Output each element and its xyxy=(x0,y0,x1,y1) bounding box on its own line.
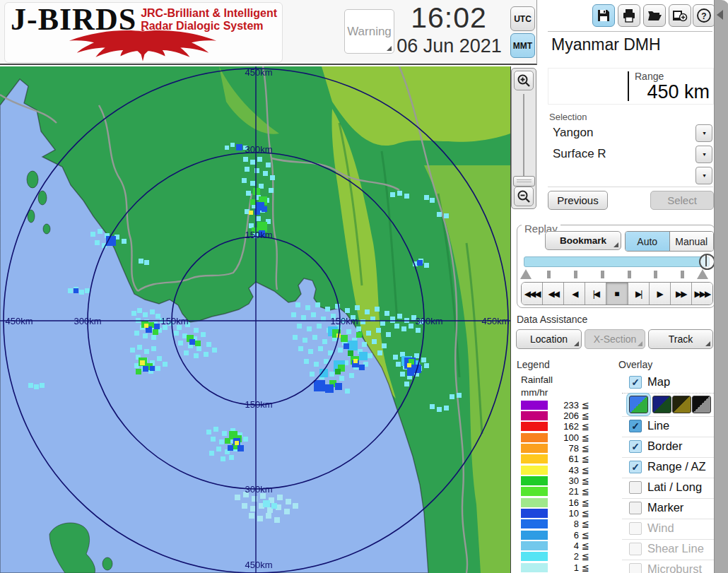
legend-value: 78 xyxy=(551,443,579,454)
forward-fast-button[interactable]: ▶▶▶ xyxy=(691,283,712,305)
add-image-button[interactable] xyxy=(669,4,691,27)
utc-label: UTC xyxy=(514,14,532,24)
overlay-item-marker[interactable]: Marker xyxy=(622,499,714,519)
location-button[interactable]: Location xyxy=(516,329,582,349)
zoom-out-button[interactable] xyxy=(514,187,534,206)
zoom-slider-handle[interactable] xyxy=(513,176,535,187)
zoom-in-button[interactable] xyxy=(514,71,534,90)
auto-button[interactable]: Auto xyxy=(626,232,669,251)
overlay-item-line[interactable]: ✓ Line xyxy=(622,417,714,437)
manual-button[interactable]: Manual xyxy=(669,232,714,251)
overlay-item-map[interactable]: ✓ Map xyxy=(622,373,714,394)
station-name: Myanmar DMH xyxy=(551,35,661,54)
map-style-swatch-2[interactable] xyxy=(652,396,671,413)
legend-row: 233≦ xyxy=(521,400,599,410)
help-button[interactable]: ? xyxy=(693,4,715,27)
print-button[interactable] xyxy=(618,4,640,27)
lte-symbol: ≦ xyxy=(582,497,589,508)
play-button[interactable]: ▶ xyxy=(649,283,670,305)
previous-button[interactable]: Previous xyxy=(548,191,608,210)
map-style-swatch-1[interactable] xyxy=(629,396,648,413)
overlay-label: Overlay xyxy=(618,359,652,370)
zoom-out-icon xyxy=(517,189,531,203)
legend-swatch xyxy=(521,519,548,528)
legend-row: 6≦ xyxy=(521,530,599,540)
rewind-fast-button[interactable]: ◀◀◀ xyxy=(522,283,542,305)
legend-row: 1≦ xyxy=(521,562,599,573)
dropdown-arrow-button[interactable]: ▼ xyxy=(695,167,712,184)
step-forward-button[interactable]: ▶| xyxy=(628,283,649,305)
selection-dropdown-site[interactable]: Yangon ▼ xyxy=(548,123,713,145)
select-button[interactable]: Select xyxy=(650,191,714,210)
open-folder-icon xyxy=(647,8,662,23)
dropdown-arrow-button[interactable]: ▼ xyxy=(695,124,712,142)
lte-symbol: ≦ xyxy=(582,540,589,551)
overlay-item-label: Range / AZ xyxy=(647,460,706,473)
lte-symbol: ≦ xyxy=(582,486,589,497)
replay-slider-handle[interactable] xyxy=(699,254,715,270)
dropdown-arrow-button[interactable]: ▼ xyxy=(695,146,712,163)
checkbox-lati-long[interactable] xyxy=(629,481,642,494)
legend-row: 162≦ xyxy=(521,421,599,432)
checkbox-range-az[interactable]: ✓ xyxy=(629,461,642,473)
overlay-item-lati-long[interactable]: Lati / Long xyxy=(622,478,714,499)
mmt-button[interactable]: MMT xyxy=(510,33,535,58)
map-style-swatch-3[interactable] xyxy=(672,396,691,413)
lte-symbol: ≦ xyxy=(582,465,589,475)
map-style-swatch-4[interactable] xyxy=(692,396,711,413)
checkbox-border[interactable]: ✓ xyxy=(629,440,642,453)
save-button[interactable] xyxy=(592,4,615,27)
play-reverse-button[interactable]: ◀ xyxy=(563,283,585,305)
legend-swatch xyxy=(521,498,548,507)
x-section-button[interactable]: X-Section xyxy=(585,329,645,349)
map-zoom-panel xyxy=(511,68,536,209)
open-folder-button[interactable] xyxy=(643,4,666,27)
step-back-button[interactable]: |◀ xyxy=(585,283,606,305)
utc-button[interactable]: UTC xyxy=(510,6,535,31)
slider-start-marker[interactable] xyxy=(520,269,532,279)
legend-swatch xyxy=(521,411,548,420)
jbirds-window: 450km 300km 150km 150km 300km 450km 450k… xyxy=(0,0,728,573)
svg-text:300km: 300km xyxy=(245,484,272,495)
legend-row: 61≦ xyxy=(521,454,599,464)
lte-symbol: ≦ xyxy=(582,400,589,410)
replay-slider-track[interactable] xyxy=(524,256,710,267)
legend-row: 100≦ xyxy=(521,432,599,443)
overlay-item-border[interactable]: ✓ Border xyxy=(622,437,714,458)
zoom-slider-track[interactable] xyxy=(523,94,524,186)
rewind-button[interactable]: ◀◀ xyxy=(542,283,563,305)
legend-value: 162 xyxy=(551,421,579,432)
lte-symbol: ≦ xyxy=(582,443,589,454)
dropdown-value: Yangon xyxy=(553,126,593,140)
eagle-icon xyxy=(6,30,279,62)
legend-value: 2 xyxy=(551,551,579,562)
zoom-in-icon xyxy=(517,73,531,88)
warning-label: Warning xyxy=(347,25,392,39)
legend-swatch xyxy=(521,454,548,463)
bookmark-button[interactable]: Bookmark xyxy=(545,231,621,250)
checkbox-marker[interactable] xyxy=(629,502,642,514)
legend-swatch xyxy=(521,422,548,431)
lte-symbol: ≦ xyxy=(582,432,589,443)
legend-swatch xyxy=(521,563,548,572)
stop-button[interactable]: ■ xyxy=(606,283,627,305)
svg-text:150km: 150km xyxy=(330,316,358,326)
overlay-item-range-az[interactable]: ✓ Range / AZ xyxy=(622,458,714,478)
track-button[interactable]: Track xyxy=(648,329,713,349)
panel-collapse-strip[interactable] xyxy=(714,0,728,573)
forward-button[interactable]: ▶▶ xyxy=(670,283,691,305)
overlay-item-label: Wind xyxy=(647,521,674,535)
lte-symbol: ≦ xyxy=(582,475,589,486)
checkbox-map[interactable]: ✓ xyxy=(629,376,642,389)
selection-dropdown-extra[interactable]: ▼ xyxy=(548,165,713,187)
slider-end-marker[interactable] xyxy=(697,269,708,279)
legend-row: 78≦ xyxy=(521,443,599,454)
selection-dropdown-product[interactable]: Surface R ▼ xyxy=(548,144,713,166)
checkbox-line[interactable]: ✓ xyxy=(629,420,642,432)
help-icon: ? xyxy=(696,8,712,23)
legend-value: 10 xyxy=(551,508,579,519)
radar-map[interactable]: 450km 300km 150km 150km 300km 450km 450k… xyxy=(0,66,511,573)
manual-label: Manual xyxy=(675,236,708,247)
previous-label: Previous xyxy=(557,194,598,206)
playback-controls: ◀◀◀ ◀◀ ◀ |◀ ■ ▶| ▶ ▶▶ ▶▶▶ xyxy=(521,282,713,305)
